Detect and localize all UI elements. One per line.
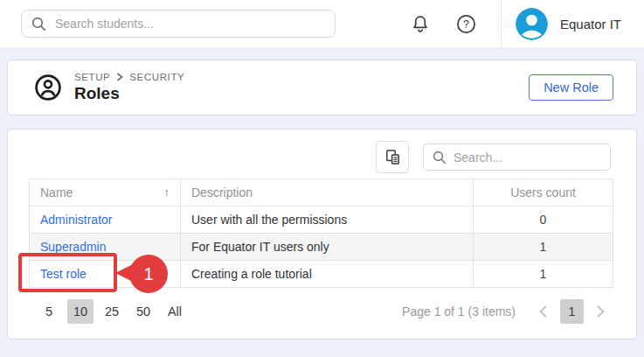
account-circle-icon — [34, 74, 62, 102]
topbar-divider — [501, 0, 502, 48]
page-size-10[interactable]: 10 — [67, 299, 93, 324]
page-number-1[interactable]: 1 — [560, 299, 584, 324]
page-size-all[interactable]: All — [162, 299, 188, 324]
next-page-button[interactable] — [591, 304, 611, 318]
role-users-count: 1 — [474, 261, 613, 288]
copy-button[interactable] — [376, 141, 409, 173]
student-search-input[interactable] — [21, 10, 336, 38]
svg-text:?: ? — [463, 18, 469, 31]
role-users-count: 0 — [474, 206, 613, 234]
role-description: For Equator IT users only — [181, 234, 474, 261]
page-info: Page 1 of 1 (3 items) — [402, 304, 516, 318]
new-role-button[interactable]: New Role — [529, 74, 613, 101]
topbar-right: ? Equator IT — [407, 0, 644, 48]
page-size-50[interactable]: 50 — [130, 299, 156, 324]
help-icon: ? — [456, 14, 476, 34]
pager-right: Page 1 of 1 (3 items) 1 — [402, 299, 611, 324]
role-users-count: 1 — [474, 234, 613, 261]
role-link-administrator[interactable]: Administrator — [40, 213, 112, 227]
column-header-description[interactable]: Description — [181, 179, 474, 206]
table-toolbar — [29, 141, 611, 173]
help-button[interactable]: ? — [453, 10, 480, 38]
copy-icon — [384, 149, 401, 165]
chevron-right-icon — [596, 304, 606, 318]
breadcrumb-setup[interactable]: SETUP — [74, 72, 110, 82]
pager: 5 10 25 50 All Page 1 of 1 (3 items) 1 — [29, 298, 611, 325]
student-search — [21, 10, 336, 38]
table-header-row: Name ↑ Description Users count — [30, 179, 613, 206]
chevron-left-icon — [538, 304, 548, 318]
page-size-25[interactable]: 25 — [99, 299, 125, 324]
bell-icon — [411, 14, 430, 35]
table-row: Test role Creating a role tutorial 1 — [30, 261, 613, 288]
table-search-input[interactable] — [423, 144, 611, 171]
table-search — [423, 144, 611, 171]
sort-ascending-icon[interactable]: ↑ — [164, 186, 170, 199]
roles-table-card: Name ↑ Description Users count Administr… — [7, 129, 637, 340]
page-title: Roles — [74, 84, 184, 103]
breadcrumb: SETUP SECURITY — [74, 72, 184, 82]
search-icon — [433, 150, 447, 164]
avatar[interactable] — [516, 8, 548, 40]
role-description: User with all the permissions — [181, 206, 474, 234]
role-link-test-role[interactable]: Test role — [40, 267, 87, 281]
previous-page-button[interactable] — [533, 304, 553, 318]
user-name: Equator IT — [560, 17, 621, 32]
table-row: Administrator User with all the permissi… — [30, 206, 613, 234]
header-texts: SETUP SECURITY Roles — [74, 72, 184, 103]
roles-table: Name ↑ Description Users count Administr… — [29, 178, 613, 288]
breadcrumb-security[interactable]: SECURITY — [129, 72, 184, 82]
role-link-superadmin[interactable]: Superadmin — [40, 240, 107, 254]
column-header-name[interactable]: Name ↑ — [30, 179, 181, 206]
column-header-users-count[interactable]: Users count — [474, 179, 613, 206]
role-description: Creating a role tutorial — [181, 261, 474, 288]
page-size-5[interactable]: 5 — [36, 299, 62, 324]
topbar: ? Equator IT — [0, 0, 644, 48]
search-icon — [31, 17, 46, 32]
table-row: Superadmin For Equator IT users only 1 — [30, 234, 613, 261]
page-size-selector: 5 10 25 50 All — [36, 299, 188, 324]
chevron-right-icon — [116, 73, 123, 81]
notifications-button[interactable] — [407, 10, 433, 38]
page-header-card: SETUP SECURITY Roles New Role — [7, 60, 637, 116]
